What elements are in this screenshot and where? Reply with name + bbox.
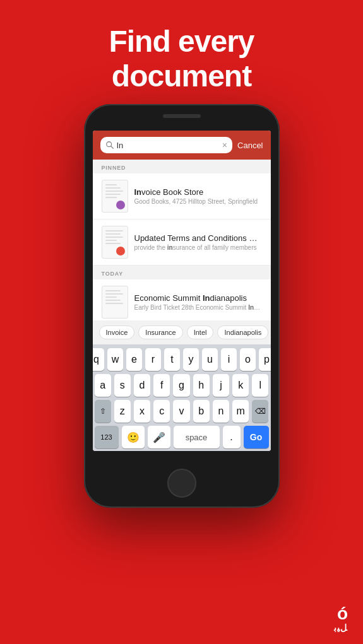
- hero-text: Find every document: [0, 0, 363, 93]
- result-item[interactable]: Economic Summit Indianapolis Early Bird …: [93, 279, 271, 320]
- result-title: Updated Terms and Conditions May: [134, 233, 262, 243]
- phone-mockup: In × Cancel PINNED: [84, 104, 280, 508]
- result-info: Economic Summit Indianapolis Early Bird …: [134, 293, 262, 311]
- key-j[interactable]: j: [213, 374, 229, 397]
- key-o[interactable]: o: [240, 348, 256, 371]
- document-thumbnail: [102, 286, 128, 319]
- svg-line-1: [110, 146, 113, 149]
- title-highlight: In: [134, 187, 142, 197]
- result-title: Invoice Book Store: [134, 187, 262, 197]
- result-item[interactable]: Invoice Book Store Good Books, 4725 Hill…: [93, 173, 271, 220]
- keyboard-bottom-row: 123 🙂 🎤 space . Go: [95, 426, 269, 448]
- document-thumbnail: [102, 180, 128, 213]
- key-v[interactable]: v: [173, 400, 189, 423]
- key-w[interactable]: w: [107, 348, 123, 371]
- search-cancel-button[interactable]: Cancel: [237, 141, 263, 150]
- key-t[interactable]: t: [164, 348, 180, 371]
- key-n[interactable]: n: [213, 400, 229, 423]
- key-go[interactable]: Go: [244, 426, 269, 448]
- search-input-wrap[interactable]: In ×: [100, 137, 233, 153]
- key-d[interactable]: d: [134, 374, 150, 397]
- result-subtitle: provide the insurance of all family memb…: [134, 244, 262, 251]
- bottom-logo: ó ﻞﻴﺑ: [334, 605, 348, 633]
- key-q[interactable]: q: [93, 348, 105, 371]
- key-c[interactable]: c: [153, 400, 170, 423]
- document-badge: [116, 201, 125, 209]
- key-e[interactable]: e: [126, 348, 142, 371]
- keyboard-row-3: ⇧ z x c v b n m ⌫: [95, 400, 269, 423]
- key-g[interactable]: g: [173, 374, 189, 397]
- key-x[interactable]: x: [134, 400, 150, 423]
- logo-text: ﻞﻴﺑ: [334, 623, 348, 633]
- key-s[interactable]: s: [114, 374, 131, 397]
- search-icon: [105, 141, 114, 149]
- key-l[interactable]: l: [252, 374, 268, 397]
- phone-home-button[interactable]: [167, 469, 196, 498]
- result-subtitle: Early Bird Ticket 28th Economic Summit I…: [134, 304, 262, 311]
- chip-invoice[interactable]: Invoice: [99, 325, 135, 339]
- key-space[interactable]: space: [174, 426, 220, 448]
- key-m[interactable]: m: [232, 400, 249, 423]
- search-bar: In × Cancel: [93, 131, 271, 160]
- result-title: Economic Summit Indianapolis: [134, 293, 262, 303]
- results-area: PINNED: [93, 160, 271, 320]
- key-i[interactable]: i: [221, 348, 237, 371]
- result-item[interactable]: Updated Terms and Conditions May provide…: [93, 220, 271, 266]
- chip-insurance[interactable]: Insurance: [138, 325, 182, 339]
- title-rest: voice Book Store: [141, 187, 203, 197]
- suggestion-chips: Invoice Insurance Intel Indianapolis Inu…: [93, 320, 271, 344]
- document-thumbnail: [102, 226, 128, 259]
- chip-indianapolis[interactable]: Indianapolis: [217, 325, 268, 339]
- result-info: Invoice Book Store Good Books, 4725 Hill…: [134, 187, 262, 205]
- key-emoji[interactable]: 🙂: [122, 426, 145, 448]
- key-y[interactable]: y: [183, 348, 199, 371]
- result-info: Updated Terms and Conditions May provide…: [134, 233, 262, 251]
- key-h[interactable]: h: [193, 374, 210, 397]
- key-f[interactable]: f: [153, 374, 170, 397]
- keyboard: q w e r t y u i o p a s d f g: [93, 344, 271, 451]
- key-shift[interactable]: ⇧: [95, 400, 111, 423]
- key-123[interactable]: 123: [95, 426, 119, 448]
- search-clear-button[interactable]: ×: [222, 140, 227, 150]
- hero-line1: Find every: [109, 25, 254, 58]
- key-mic[interactable]: 🎤: [148, 426, 170, 448]
- phone-bezel: In × Cancel PINNED: [84, 104, 280, 508]
- key-p[interactable]: p: [259, 348, 271, 371]
- phone-screen: In × Cancel PINNED: [93, 131, 271, 451]
- phone-speaker: [163, 114, 201, 118]
- search-query: In: [117, 141, 220, 150]
- key-r[interactable]: r: [145, 348, 161, 371]
- logo-icon: ó: [334, 605, 348, 623]
- key-a[interactable]: a: [95, 374, 111, 397]
- keyboard-row-2: a s d f g h j k l: [95, 374, 269, 397]
- key-period[interactable]: .: [223, 426, 241, 448]
- chip-intel[interactable]: Intel: [187, 325, 214, 339]
- section-header-pinned: PINNED: [93, 160, 271, 173]
- result-subtitle: Good Books, 4725 Hilltop Street, Springf…: [134, 198, 262, 205]
- key-u[interactable]: u: [202, 348, 218, 371]
- section-header-today: TODAY: [93, 266, 271, 279]
- key-z[interactable]: z: [114, 400, 131, 423]
- keyboard-row-1: q w e r t y u i o p: [95, 348, 269, 371]
- key-k[interactable]: k: [232, 374, 249, 397]
- key-backspace[interactable]: ⌫: [252, 400, 268, 423]
- hero-line2: document: [112, 59, 251, 93]
- document-badge: [116, 247, 125, 255]
- key-b[interactable]: b: [193, 400, 210, 423]
